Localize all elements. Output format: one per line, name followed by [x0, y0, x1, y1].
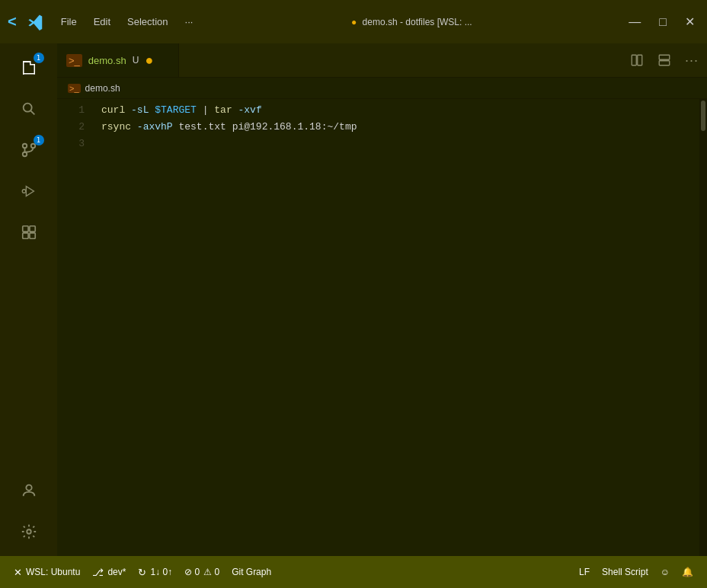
- editor-tab[interactable]: >_ demo.sh U ●: [57, 43, 179, 77]
- svg-rect-21: [659, 55, 670, 59]
- sync-label: 1↓ 0↑: [150, 567, 172, 577]
- wsl-label: WSL: Ubuntu: [26, 567, 80, 577]
- svg-point-9: [22, 144, 27, 149]
- scrollbar-thumb: [701, 101, 705, 131]
- svg-point-10: [30, 144, 35, 149]
- run-debug-icon[interactable]: [11, 173, 47, 209]
- notifications-icon[interactable]: 🔔: [676, 556, 699, 588]
- svg-rect-19: [632, 55, 636, 66]
- tab-bar: >_ demo.sh U ● ···: [57, 43, 707, 78]
- breadcrumb: >_ demo.sh: [57, 78, 707, 99]
- status-bar: ✕ WSL: Ubuntu ⎇ dev* ↻ 1↓ 0↑ ⊘ 0 ⚠ 0 Git…: [0, 556, 707, 588]
- branch-icon: ⎇: [92, 567, 104, 578]
- breadcrumb-filename[interactable]: demo.sh: [85, 83, 120, 94]
- svg-point-18: [27, 529, 31, 534]
- maximize-button[interactable]: □: [654, 14, 671, 30]
- file-tab-badge: U: [133, 55, 139, 66]
- split-editor-button[interactable]: [625, 48, 649, 72]
- code-content[interactable]: curl -sL $TARGET | tar -xvf rsync -axvhP…: [95, 99, 699, 556]
- window-title: demo.sh - dotfiles [WSL: ...: [363, 17, 472, 27]
- editor-area: >_ demo.sh U ● ··· >_ demo.sh: [57, 43, 707, 556]
- warning-icon: ⚠ 0: [203, 567, 219, 577]
- svg-rect-13: [22, 226, 27, 232]
- menu-more[interactable]: ···: [179, 13, 200, 30]
- language-label: Shell Script: [602, 567, 648, 577]
- code-editor[interactable]: 1 2 3 curl -sL $TARGET | tar -xvf rsync …: [57, 99, 707, 556]
- svg-rect-20: [638, 55, 642, 66]
- vertical-scrollbar[interactable]: [699, 99, 707, 556]
- title-dot: ●: [351, 17, 357, 27]
- file-tab-name: demo.sh: [88, 55, 126, 66]
- bell-icon: 🔔: [682, 567, 693, 577]
- wsl-icon: ✕: [14, 567, 22, 578]
- settings-icon[interactable]: [11, 513, 47, 550]
- line-number-1: 1: [57, 102, 95, 119]
- minimize-button[interactable]: —: [624, 14, 645, 30]
- git-graph-status[interactable]: Git Graph: [226, 556, 277, 588]
- menu-file[interactable]: File: [55, 13, 83, 30]
- account-icon[interactable]: [11, 472, 47, 509]
- svg-rect-15: [22, 233, 27, 238]
- svg-line-7: [30, 110, 34, 114]
- code-line-3: [95, 136, 699, 152]
- eol-status[interactable]: LF: [573, 556, 596, 588]
- editor-more-button[interactable]: ···: [680, 48, 704, 72]
- source-control-icon[interactable]: 1: [11, 132, 47, 168]
- branch-label: dev*: [107, 567, 126, 577]
- code-line-1: curl -sL $TARGET | tar -xvf: [95, 102, 699, 119]
- title-bar: < File Edit Selection ··· ● demo.sh - do…: [0, 0, 707, 43]
- search-icon[interactable]: [11, 91, 47, 127]
- activity-bar: 1 1: [0, 43, 57, 556]
- extensions-icon[interactable]: [11, 214, 47, 251]
- explorer-icon[interactable]: 1: [11, 50, 47, 86]
- eol-label: LF: [579, 567, 590, 577]
- svg-rect-22: [659, 61, 670, 66]
- smiley-icon: ☺: [661, 567, 670, 577]
- wsl-status[interactable]: ✕ WSL: Ubuntu: [8, 556, 86, 588]
- vscode-logo: <: [8, 13, 17, 30]
- file-tab-icon: >_: [66, 54, 82, 67]
- menu-selection[interactable]: Selection: [121, 13, 174, 30]
- code-line-2: rsync -axvhP test.txt pi@192.168.1.18:~/…: [95, 119, 699, 136]
- language-status[interactable]: Shell Script: [596, 556, 654, 588]
- git-graph-label: Git Graph: [232, 567, 271, 577]
- svg-rect-2: [23, 73, 35, 75]
- svg-point-6: [23, 104, 31, 112]
- breadcrumb-file-icon: >_: [68, 84, 81, 93]
- svg-point-12: [22, 190, 26, 193]
- svg-rect-16: [29, 233, 34, 238]
- problems-status[interactable]: ⊘ 0 ⚠ 0: [178, 556, 226, 588]
- menu-edit[interactable]: Edit: [88, 13, 117, 30]
- branch-status[interactable]: ⎇ dev*: [86, 556, 132, 588]
- feedback-icon[interactable]: ☺: [654, 556, 676, 588]
- line-number-3: 3: [57, 136, 95, 152]
- close-button[interactable]: ✕: [680, 13, 699, 30]
- error-icon: ⊘ 0: [184, 567, 200, 577]
- svg-rect-14: [29, 226, 34, 232]
- file-tab-modified-dot: ●: [145, 53, 153, 67]
- svg-rect-5: [30, 64, 35, 66]
- editor-layout-button[interactable]: [652, 48, 677, 72]
- vscode-logo-icon: [27, 14, 44, 30]
- line-numbers: 1 2 3: [57, 99, 95, 556]
- line-number-2: 2: [57, 119, 95, 136]
- svg-point-17: [26, 485, 31, 491]
- sync-status[interactable]: ↻ 1↓ 0↑: [132, 556, 178, 588]
- svg-rect-1: [23, 61, 24, 75]
- sync-icon: ↻: [138, 567, 146, 578]
- svg-rect-3: [34, 64, 35, 75]
